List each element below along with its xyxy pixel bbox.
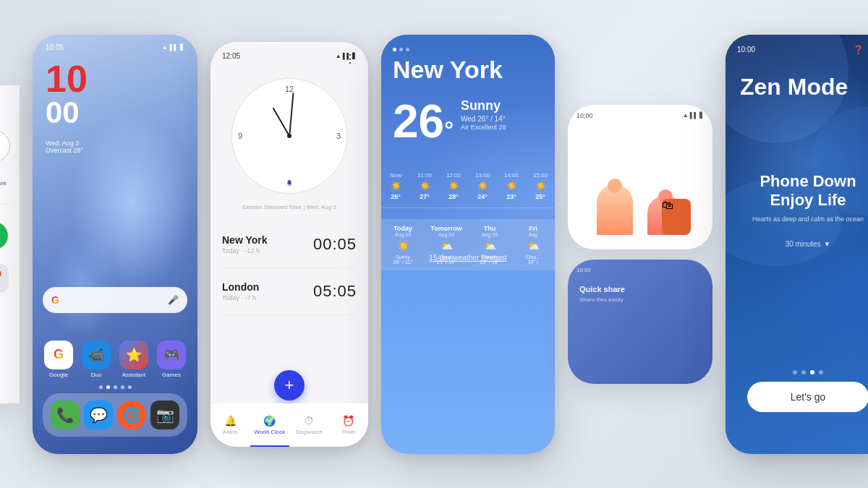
phone-double-stack: 10:00 ▲ ▌▌ ▋ → 🛍 10:00 (568, 105, 712, 384)
small-wifi-icon: ▲ (683, 112, 689, 119)
tab-active-indicator (250, 445, 290, 447)
homescreen-minute: 00 (46, 98, 88, 128)
city-london-time: 05:05 (313, 282, 357, 301)
tab-timer[interactable]: ⏰ Timer (329, 415, 369, 435)
homescreen-big-clock: 10 00 (46, 60, 88, 128)
hourly-12: 12:00 ☀️ 28° (439, 172, 468, 200)
zen-time: 10:00 (737, 46, 755, 53)
weather-page-dots (393, 48, 543, 51)
homescreen-dock: 📞 💬 🌐 📷 (43, 393, 187, 437)
clock-fab-button[interactable]: + (274, 370, 305, 401)
mini-spotify-icon: ♪ (0, 222, 8, 249)
wifi-icon-clock: ▲ (336, 53, 341, 59)
clock-tab-bar: 🔔 Alarm 🌍 World Clock ⏱ Stopwatch ⏰ Time… (210, 403, 368, 447)
clock-minute-indicator (288, 181, 292, 184)
city-newyork-name: New York (222, 234, 268, 246)
phone-weather: New York 26° Sunny Wed 26° / 14° Air Exc… (381, 35, 555, 454)
analog-clock-face: 12 3 6 9 (231, 78, 347, 194)
city-newyork-info: New York Today · -12 h (222, 234, 268, 254)
small-top-time: 10:00 (576, 112, 593, 119)
zen-dot-2 (801, 370, 806, 374)
clock-num-3: 3 (336, 132, 341, 140)
homescreen-page-dots (33, 385, 197, 389)
figure-left (597, 184, 633, 235)
app-games[interactable]: 🎮 Games (156, 341, 187, 378)
hourly-13: 13:00 ☀️ 24° (468, 172, 497, 200)
battery-icon: ▋ (180, 44, 184, 51)
dot-2 (106, 385, 110, 389)
phone-homescreen: 10:05 ▲ ▌▌ ▋ 10 00 Wed, Aug 3 Overcast 2… (33, 35, 197, 454)
phone-mini-left: 📶🔋 3 New York ♪ 📅 3 (0, 85, 20, 403)
zen-subtitle: Phone Down Enjoy Life (740, 172, 868, 210)
weather-15day-link[interactable]: 15-day weather forecast (381, 254, 555, 262)
homescreen-search-bar[interactable]: G 🎤 (43, 287, 187, 313)
zen-status-icons: ❓ ⚙️ (853, 45, 868, 55)
tab-worldclock[interactable]: 🌍 World Clock (250, 415, 290, 435)
tab-stopwatch[interactable]: ⏱ Stopwatch (289, 415, 329, 435)
weather-air-quality: Air Excellent 28 (461, 124, 506, 131)
zen-status-bar: 10:00 ❓ ⚙️ (737, 45, 868, 55)
hourly-15: 15:00 ☀️ 25° (526, 172, 555, 200)
worldclock-tab-label: World Clock (254, 429, 285, 435)
app-google[interactable]: G Google (43, 341, 75, 378)
mini-city-label: New York (0, 180, 7, 187)
zen-timer-arrow: ▼ (823, 240, 830, 248)
zen-page-dots (726, 370, 868, 374)
app-google-label: Google (49, 372, 68, 378)
mini-status-row: 📶🔋 (0, 107, 1, 116)
clock-menu-dots[interactable]: ⋮ (344, 52, 357, 66)
worldclock-tab-icon: 🌍 (263, 415, 276, 427)
weather-dot-2 (399, 48, 403, 51)
dock-camera[interactable]: 📷 (150, 401, 179, 429)
zen-mode-title: Zen Mode (740, 74, 868, 100)
weather-dot-1 (393, 48, 396, 51)
dot-4 (121, 385, 124, 389)
homescreen-app-grid: G Google 📹 Duo ⭐ Assistant 🎮 Games (43, 341, 187, 378)
app-assistant-icon: ⭐ (119, 341, 148, 369)
clock-minute-hand (289, 93, 294, 136)
zen-timer-setting[interactable]: 30 minutes ▼ (726, 237, 868, 249)
small-bottom-title: Quick share (579, 285, 701, 294)
mini-status-icons: 📶🔋 (0, 107, 1, 113)
app-duo[interactable]: 📹 Duo (80, 341, 112, 378)
city-newyork-sub: Today · -12 h (222, 247, 268, 254)
mic-icon: 🎤 (168, 295, 179, 305)
weather-description: Sunny Wed 26° / 14° Air Excellent 28 (461, 98, 506, 131)
city-newyork-time: 00:05 (313, 235, 357, 254)
dock-chrome[interactable]: 🌐 (117, 401, 146, 429)
dock-phone[interactable]: 📞 (51, 401, 80, 429)
zen-lets-go-button[interactable]: Let's go (747, 382, 868, 412)
phone-small-top: 10:00 ▲ ▌▌ ▋ → 🛍 (568, 105, 712, 249)
small-top-illustration: → 🛍 (568, 184, 712, 235)
zen-dot-3 (810, 370, 814, 374)
small-bottom-status: 10:00 (576, 267, 591, 273)
small-top-status: ▲ ▌▌ ▋ (683, 112, 704, 119)
bag-icon: 🛍 (662, 199, 691, 235)
mini-clock-face: 3 (0, 130, 10, 162)
zen-tagline: Hearts as deep and calm as the ocean (740, 215, 868, 223)
phone-clock: 12:05 ▲ ▌▌ ▋ ⋮ 12 3 6 9 Eastern Standard… (210, 42, 368, 447)
homescreen-hour: 10 (46, 60, 88, 98)
google-logo: G (51, 294, 59, 306)
weather-hourly-forecast: Now ☀️ 26° 11:00 ☀️ 27° 12:00 ☀️ 28° 13:… (381, 172, 555, 208)
small-signal-icon: ▌▌ (690, 112, 698, 119)
homescreen-date: Wed, Aug 3 Overcast 28° (46, 140, 83, 154)
app-duo-icon: 📹 (82, 341, 111, 369)
city-london-info: London Today · -7 h (222, 281, 259, 301)
mini-divider (0, 204, 12, 205)
clock-num-9: 9 (238, 132, 242, 140)
clock-hour-hand (273, 107, 290, 136)
city-row-london: London Today · -7 h 05:05 (222, 268, 357, 315)
dock-messages[interactable]: 💬 (84, 401, 113, 429)
mini-left-content: 📶🔋 3 New York ♪ 📅 3 (0, 85, 20, 403)
app-google-icon: G (44, 341, 73, 369)
stopwatch-tab-icon: ⏱ (304, 415, 314, 427)
wifi-icon: ▲ (162, 44, 168, 51)
timer-tab-icon: ⏰ (342, 415, 354, 427)
weather-temp-value: 26° (393, 98, 454, 145)
mini-calendar-icon: 📅 (0, 264, 9, 293)
tab-alarm[interactable]: 🔔 Alarm (210, 415, 250, 435)
app-assistant[interactable]: ⭐ Assistant (118, 341, 150, 378)
small-battery-icon: ▋ (699, 112, 704, 119)
small-bottom-bg (568, 260, 712, 384)
